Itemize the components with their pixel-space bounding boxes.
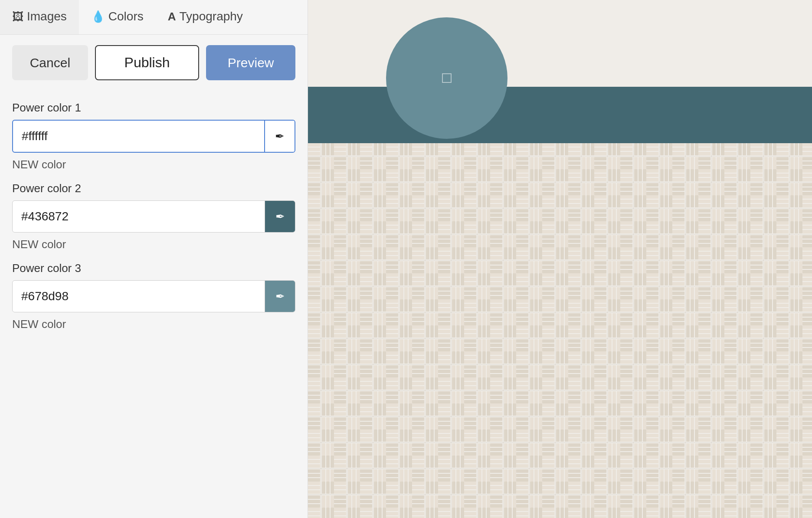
color-picker-btn-2[interactable]: ✒ (265, 201, 295, 232)
color-input-row-1: ✒ (12, 120, 295, 153)
tab-colors-label: Colors (108, 10, 144, 23)
color-sections: Power color 1 ✒ NEW color Power color 2 … (0, 91, 308, 331)
publish-button[interactable]: Publish (95, 45, 200, 80)
cancel-button[interactable]: Cancel (12, 45, 88, 80)
color-input-2[interactable] (13, 201, 265, 232)
new-color-label-3: NEW color (12, 318, 295, 331)
color-input-row-3: ✒ (12, 280, 295, 312)
weave-pattern-area (308, 143, 812, 518)
color-input-3[interactable] (13, 281, 265, 312)
left-panel: 🖼 Images 💧 Colors A Typography Cancel Pu… (0, 0, 308, 518)
color-picker-btn-1[interactable]: ✒ (264, 121, 295, 152)
power-color-1-label: Power color 1 (12, 101, 295, 115)
tab-bar: 🖼 Images 💧 Colors A Typography (0, 0, 308, 35)
preview-button[interactable]: Preview (206, 45, 295, 80)
pipette-icon-1: ✒ (275, 130, 285, 143)
power-color-2-label: Power color 2 (12, 182, 295, 195)
pipette-icon-3: ✒ (275, 290, 285, 303)
pipette-icon-2: ✒ (275, 210, 285, 223)
power-color-3-label: Power color 3 (12, 262, 295, 275)
typography-icon: A (168, 10, 176, 23)
color-picker-btn-3[interactable]: ✒ (265, 281, 295, 312)
circle-element (386, 17, 508, 139)
circle-inner-square (442, 73, 452, 83)
right-panel (308, 0, 812, 518)
tab-typography[interactable]: A Typography (156, 0, 255, 34)
tab-typography-label: Typography (180, 10, 243, 23)
cream-top-area (308, 0, 812, 87)
color-input-1[interactable] (13, 121, 264, 152)
action-buttons: Cancel Publish Preview (0, 35, 308, 91)
tab-images[interactable]: 🖼 Images (0, 0, 79, 34)
color-input-row-2: ✒ (12, 200, 295, 233)
svg-rect-14 (308, 143, 812, 518)
tab-images-label: Images (27, 10, 67, 23)
new-color-label-2: NEW color (12, 238, 295, 251)
new-color-label-1: NEW color (12, 158, 295, 171)
colors-icon: 💧 (91, 10, 105, 23)
images-icon: 🖼 (12, 10, 23, 23)
tab-colors[interactable]: 💧 Colors (79, 0, 156, 34)
dark-stripe (308, 87, 812, 143)
